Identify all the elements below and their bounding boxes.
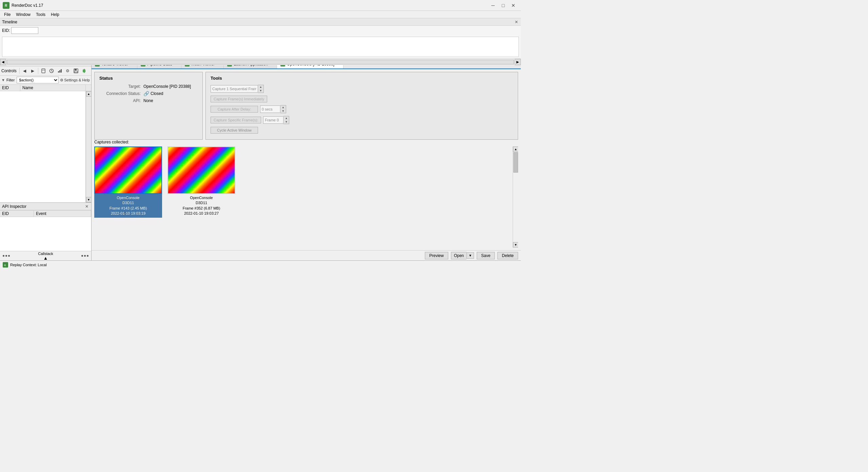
connection-status-row: Connection Status: 🔗 Closed — [99, 91, 198, 96]
svg-rect-12 — [75, 71, 77, 73]
timeline-close-button[interactable]: ✕ — [514, 20, 519, 24]
minimize-button[interactable]: ─ — [488, 2, 498, 9]
api-label: API: — [99, 98, 143, 103]
save-btn[interactable]: Save — [477, 252, 495, 259]
capture-sequential-spinner: ▲ ▼ — [258, 85, 264, 93]
top-row: Status Target: OpenConsole [PID 20388] C… — [94, 72, 518, 140]
menu-file[interactable]: File — [1, 12, 13, 18]
svg-rect-13 — [83, 70, 85, 72]
hscroll-track[interactable] — [7, 60, 514, 64]
timeline-title: Timeline — [2, 20, 17, 24]
scroll-down-arrow[interactable]: ▼ — [86, 197, 92, 202]
filter-row: ▼ Filter $action() ⚙ Settings & Help — [0, 76, 91, 85]
cycle-active-window-btn[interactable]: Cycle Active Window — [211, 127, 258, 134]
api-inspector-title: API Inspector — [2, 204, 26, 209]
toolbar-time-btn[interactable] — [48, 67, 55, 75]
api-inspector-close-btn[interactable]: ✕ — [84, 204, 89, 209]
capture-api-1: D3D11 — [170, 200, 233, 205]
toolbar-plugin-btn[interactable] — [80, 67, 88, 75]
toolbar-bookmark-btn[interactable] — [40, 67, 47, 75]
capture-date-1: 2022-01-10 19:03:27 — [170, 211, 233, 216]
capture-immediately-btn[interactable]: Capture Frame(s) Immediately — [211, 96, 267, 102]
controls-label: Controls — [1, 68, 17, 73]
capture-sequential-row: ▲ ▼ — [211, 85, 513, 93]
right-panel: Texture Viewer ✕ Pipeline State ✕ Mesh V… — [92, 59, 521, 260]
capture-after-delay-input[interactable] — [260, 105, 280, 113]
menu-tools[interactable]: Tools — [33, 12, 48, 18]
col-eid-header: EID — [0, 85, 20, 91]
capture-date-0: 2022-01-10 19:03:19 — [96, 211, 160, 216]
api-row: API: None — [99, 98, 198, 103]
event-browser-scrollbar: ▲ ▼ — [86, 91, 91, 202]
menu-help[interactable]: Help — [48, 12, 62, 18]
capture-sequential-input — [211, 85, 258, 93]
toolbar-gear-btn[interactable]: ⚙ — [64, 67, 72, 75]
svg-rect-14 — [84, 69, 85, 70]
main-content: Event Browser ✕ Controls ◀ ▶ ⚙ — [0, 59, 521, 260]
timeline-scroll-area — [2, 37, 519, 57]
spin-up-sequential[interactable]: ▲ — [258, 85, 263, 89]
delete-btn[interactable]: Delete — [497, 252, 518, 259]
dots-right — [81, 255, 88, 257]
capture-specific-input[interactable] — [263, 116, 283, 124]
event-browser-table-scroll[interactable] — [0, 91, 86, 202]
hscroll-left-btn[interactable]: ◀ — [0, 59, 6, 65]
svg-rect-11 — [75, 69, 77, 71]
status-box: Status Target: OpenConsole [PID 20388] C… — [94, 72, 203, 140]
bottom-action-bar: Preview Open ▼ Save Delete — [92, 250, 521, 260]
capture-info-0: OpenConsole D3D11 Frame #143 (2.45 MB) 2… — [94, 194, 162, 218]
capture-specific-row: Capture Specific Frame(s): ▲ ▼ — [211, 116, 513, 124]
open-btn[interactable]: Open — [451, 252, 467, 259]
callstack-label: Callstack — [38, 252, 53, 256]
filter-label: Filter — [6, 78, 15, 82]
dots-left — [3, 255, 10, 257]
settings-help-btn[interactable]: ⚙ Settings & Help — [60, 78, 90, 82]
captures-section: Captures collected: OpenConsole D3D11 — [94, 140, 518, 248]
cycle-active-row: Cycle Active Window — [211, 127, 513, 134]
capture-info-1: OpenConsole D3D11 Frame #352 (6.87 MB) 2… — [167, 194, 235, 218]
capture-after-delay-spinbox: ▲ ▼ — [260, 105, 286, 113]
eid-input[interactable] — [11, 27, 38, 34]
spin-up-specific[interactable]: ▲ — [283, 116, 289, 120]
capture-specific-btn[interactable]: Capture Specific Frame(s): — [211, 117, 261, 123]
capture-item-1[interactable]: OpenConsole D3D11 Frame #352 (6.87 MB) 2… — [167, 146, 235, 246]
target-value: OpenConsole [PID 20388] — [143, 84, 191, 89]
close-button[interactable]: ✕ — [509, 2, 518, 9]
spin-up-delay[interactable]: ▲ — [280, 105, 286, 109]
toolbar-save-btn[interactable] — [72, 67, 80, 75]
toolbar-separator-2 — [38, 68, 38, 74]
title-bar: R RenderDoc v1.17 ─ □ ✕ — [0, 0, 521, 11]
rscroll-down-btn[interactable]: ▼ — [513, 242, 518, 248]
toolbar-stats-btn[interactable] — [56, 67, 63, 75]
spin-down-delay[interactable]: ▼ — [280, 109, 286, 113]
svg-text:R: R — [5, 4, 7, 7]
toolbar-prev-btn[interactable]: ◀ — [21, 67, 28, 75]
filter-combo[interactable]: $action() — [17, 77, 59, 83]
api-inspector: API Inspector ✕ EID Event Callstack ▲ — [0, 203, 91, 260]
event-browser: Event Browser ✕ Controls ◀ ▶ ⚙ — [0, 59, 91, 203]
capture-name-0: OpenConsole — [96, 195, 160, 200]
status-bar: R Replay Context: Local — [0, 260, 521, 269]
preview-btn[interactable]: Preview — [425, 252, 448, 259]
capture-after-delay-btn[interactable]: Capture After Delay: — [211, 106, 258, 113]
hscroll-right-btn[interactable]: ▶ — [515, 59, 521, 65]
scroll-up-arrow[interactable]: ▲ — [86, 91, 92, 97]
capture-frame-1: Frame #352 (6.87 MB) — [170, 206, 233, 211]
capture-thumb-0 — [94, 146, 162, 194]
window-controls: ─ □ ✕ — [488, 2, 518, 9]
capture-after-delay-spinner: ▲ ▼ — [280, 105, 286, 113]
spin-down-specific[interactable]: ▼ — [283, 120, 289, 124]
toolbar-next-btn[interactable]: ▶ — [29, 67, 37, 75]
menu-window[interactable]: Window — [13, 12, 33, 18]
api-inspector-table-header: EID Event — [0, 210, 91, 217]
connection-label: Connection Status: — [99, 91, 143, 96]
capture-name-1: OpenConsole — [170, 195, 233, 200]
open-dropdown-btn[interactable]: ▼ — [467, 252, 474, 259]
capture-preview-1 — [168, 147, 235, 193]
rscroll-up-btn[interactable]: ▲ — [513, 146, 518, 152]
capture-item-0[interactable]: OpenConsole D3D11 Frame #143 (2.45 MB) 2… — [94, 146, 162, 246]
connection-value: 🔗 Closed — [143, 91, 163, 96]
spin-down-sequential[interactable]: ▼ — [258, 89, 263, 93]
rscroll-thumb[interactable] — [513, 152, 518, 173]
maximize-button[interactable]: □ — [498, 2, 508, 9]
